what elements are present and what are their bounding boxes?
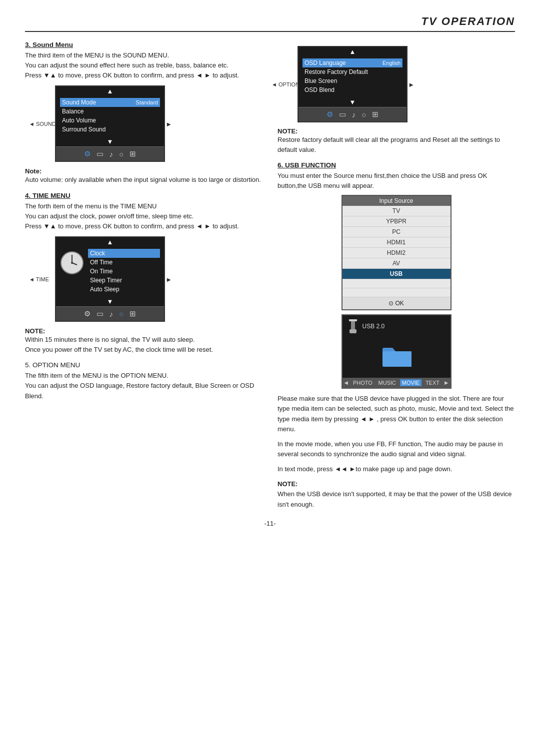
- usb-para4: In text mode, press ◄◄ ►to make page up …: [278, 464, 515, 474]
- usb-tab-text: TEXT: [424, 379, 442, 386]
- sound-menu-box: ▲ Sound Mode Standard Balance Auto Volum…: [55, 85, 165, 162]
- page-header: TV OPERATION: [25, 15, 515, 32]
- input-source-usb: USB: [342, 269, 450, 279]
- usb-tab-music: MUSIC: [376, 379, 398, 386]
- svg-rect-7: [382, 351, 412, 367]
- option-row-1: Restore Factory Default: [302, 67, 402, 76]
- grid-icon-3: ⊞: [372, 110, 378, 119]
- usb-label-text: USB 2.0: [362, 323, 385, 330]
- gear-icon: ⚙: [84, 149, 90, 158]
- input-source-av: AV: [342, 258, 450, 269]
- ok-label: ⊙ OK: [388, 300, 404, 307]
- sound-row-3: Surround Sound: [60, 125, 160, 134]
- time-icon-2: ○: [119, 310, 124, 318]
- music-icon: ♪: [110, 150, 114, 158]
- left-column: 3. Sound Menu The third item of the MENU…: [25, 41, 262, 510]
- usb-note: NOTE: When the USB device isn't supporte…: [278, 479, 515, 509]
- sound-para2: You can adjust the sound effect here suc…: [25, 61, 228, 69]
- clock-container: [60, 249, 84, 276]
- music-icon-3: ♪: [352, 110, 356, 119]
- time-note-label: NOTE:: [25, 327, 45, 335]
- sound-down-arrow: ▼: [56, 137, 164, 146]
- time-menu-content: Clock Off Time On Time Sle: [60, 249, 160, 294]
- usb-note-text: When the USB device isn't supported, it …: [278, 490, 512, 508]
- svg-point-3: [71, 262, 73, 264]
- sound-para1: The third item of the MENU is the SOUND …: [25, 51, 169, 59]
- time-menu-body: The forth item of the menu is the TIME M…: [25, 201, 262, 231]
- time-row-2: On Time: [88, 267, 160, 276]
- sound-note: Note: Auto volume: only available when t…: [25, 167, 262, 185]
- input-source-empty2: [342, 288, 450, 297]
- option-row-2: Blue Screen: [302, 76, 402, 85]
- time-para2: You can adjust the clock, power on/off t…: [25, 212, 194, 220]
- page: TV OPERATION 3. Sound Menu The third ite…: [0, 0, 540, 547]
- time-note-line1: Within 15 minutes there is no signal, th…: [25, 336, 194, 343]
- input-source-ypbpr: YPBPR: [342, 216, 450, 227]
- usb-tab-movie: MOVIE: [400, 379, 422, 386]
- input-source-pc: PC: [342, 227, 450, 237]
- time-icons-bar: ⚙ ▭ ♪ ○ ⊞: [56, 306, 164, 321]
- option-menu-items: OSD Language English Restore Factory Def…: [298, 55, 406, 97]
- option-note-label: NOTE:: [278, 127, 298, 135]
- time-down-arrow: ▼: [56, 297, 164, 306]
- usb-screen-box: USB 2.0 ◄ PHOTO MUSIC: [342, 314, 452, 389]
- usb-right-arrow: ►: [444, 379, 450, 386]
- usb-header-row: USB 2.0: [348, 319, 446, 333]
- option-menu-right-arrow: ►: [408, 80, 414, 88]
- sound-up-arrow: ▲: [56, 86, 164, 95]
- usb-device-icon: [348, 319, 358, 333]
- sound-note-text: Auto volume: only available when the inp…: [25, 176, 261, 183]
- time-up-arrow: ▲: [56, 237, 164, 246]
- right-column: ◄ OPTION ► ▲ OSD Language English Restor…: [278, 41, 515, 510]
- usb-para2: Please make sure that the USB device hav…: [278, 394, 515, 434]
- sound-menu-wrapper: ◄ SOUND ► ▲ Sound Mode Standard Balance: [55, 85, 165, 162]
- time-menu-wrapper: ◄ TIME ► ▲: [55, 236, 165, 322]
- time-menu-section: 4. TIME MENU The forth item of the menu …: [25, 192, 262, 354]
- sound-menu-right-arrow: ►: [166, 120, 172, 127]
- option-row-3: OSD Blend: [302, 85, 402, 94]
- option-menu-box: ▲ OSD Language English Restore Factory D…: [298, 46, 408, 122]
- option-para1: The fifth item of the MENU is the OPTION…: [25, 372, 168, 379]
- time-row-0: Clock: [88, 249, 160, 258]
- input-source-tv: TV: [342, 206, 450, 216]
- sound-menu-left-label: ◄ SOUND: [29, 121, 56, 127]
- usb-heading: 6. USB FUNCTION: [278, 161, 515, 169]
- option-menu-wrapper: ◄ OPTION ► ▲ OSD Language English Restor…: [298, 46, 408, 122]
- option-up-arrow: ▲: [298, 47, 406, 55]
- sound-icons-bar: ⚙ ▭ ♪ ○ ⊞: [56, 146, 164, 161]
- input-source-hdmi1: HDMI1: [342, 237, 450, 248]
- sound-row-2: Auto Volume: [60, 116, 160, 125]
- folder-svg: [382, 345, 412, 368]
- clock-svg: [60, 251, 84, 275]
- usb-note-label: NOTE:: [278, 480, 298, 488]
- time-icon-3: ○: [362, 110, 366, 119]
- option-menu-section: 5. OPTION MENU The fifth item of the MEN…: [25, 361, 262, 401]
- time-para3: Press ▼▲ to move, press OK button to con…: [25, 222, 239, 230]
- time-row-4: Auto Sleep: [88, 285, 160, 294]
- input-source-box: Input Source TV YPBPR PC HDMI1 HDMI2 AV …: [342, 195, 452, 310]
- music-icon-2: ♪: [110, 310, 114, 318]
- usb-tab-photo: PHOTO: [351, 379, 374, 386]
- option-menu-left-label: ◄ OPTION: [272, 81, 300, 87]
- grid-icon-2: ⊞: [130, 309, 136, 318]
- input-source-header: Input Source: [342, 196, 450, 206]
- time-rows: Clock Off Time On Time Sle: [88, 249, 160, 294]
- option-menu-heading: 5. OPTION MENU: [25, 361, 262, 369]
- tv-icon-3: ▭: [339, 110, 346, 119]
- input-source-empty1: [342, 279, 450, 288]
- time-menu-heading: 4. TIME MENU: [25, 192, 262, 199]
- time-menu-left-label: ◄ TIME: [29, 276, 49, 282]
- option-down-arrow: ▼: [298, 97, 406, 107]
- usb-screen-inner: USB 2.0: [342, 315, 450, 378]
- usb-left-arrow: ◄: [343, 379, 349, 386]
- time-menu-right-arrow: ►: [166, 275, 172, 283]
- sound-menu-items: Sound Mode Standard Balance Auto Volume …: [56, 95, 164, 137]
- usb-para3: In the movie mode, when you use FB, FF f…: [278, 439, 515, 459]
- usb-function-section: 6. USB FUNCTION You must enter the Sourc…: [278, 161, 515, 510]
- gear-icon-2: ⚙: [84, 309, 90, 318]
- option-row-0: OSD Language English: [302, 58, 402, 67]
- option-note-text: Restore factory default will clear all t…: [278, 136, 500, 153]
- sound-para3: Press ▼▲ to move, press OK button to con…: [25, 71, 239, 79]
- svg-rect-6: [350, 329, 356, 333]
- option-icons-bar: ⚙ ▭ ♪ ○ ⊞: [298, 107, 406, 121]
